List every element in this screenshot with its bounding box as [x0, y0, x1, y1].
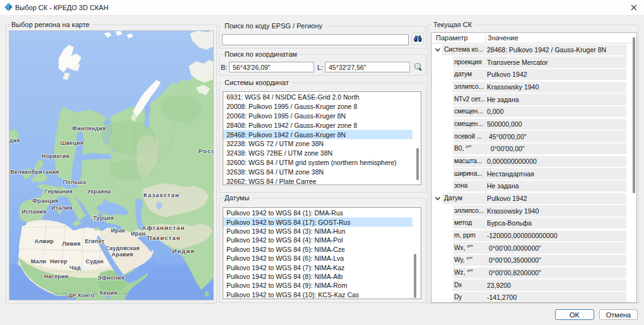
table-row[interactable]: смещен...500000,000: [431, 118, 626, 130]
table-row[interactable]: зонаНе задана: [431, 180, 626, 192]
group-epsg-search: Поиск по коду EPSG / Региону: [219, 26, 426, 48]
value-cell: 45°00'00,00": [487, 133, 526, 140]
value-cell: 0,000: [487, 108, 503, 115]
expander-chevron-icon[interactable]: [434, 195, 442, 202]
datums-list[interactable]: Pulkovo 1942 to WGS 84 (1): DMA-RusPulko…: [223, 207, 421, 299]
list-item[interactable]: 32638: WGS 84 / UTM zone 38N: [223, 167, 413, 176]
table-row[interactable]: ширина...Нестандартная: [431, 168, 626, 180]
region-map[interactable]: ФинляндияШвецияНорвегияИсландияРоссияВел…: [9, 30, 214, 300]
table-row[interactable]: Dy-141,2700: [431, 291, 626, 302]
param-cell: Wy, °'": [454, 256, 472, 263]
list-item[interactable]: Pulkovo 1942 to WGS 84 (6): NIMA-Lva: [223, 254, 413, 263]
map-country-label: Нигерия: [44, 273, 68, 280]
list-item[interactable]: 28408: Pulkovo 1942 / Gauss-Kruger zone …: [223, 120, 413, 130]
param-cell: Dy: [454, 294, 462, 300]
list-item[interactable]: 32438: WGS 72BE / UTM zone 38N: [223, 149, 413, 158]
value-cell: Transverse Mercator: [487, 59, 547, 66]
b-coordinate-input[interactable]: 56°43'26,09": [229, 62, 314, 72]
table-row[interactable]: Система ко...28468: Pulkovo 1942 / Gauss…: [431, 43, 626, 56]
table-row[interactable]: Dx23,9200: [431, 279, 626, 292]
l-field-label: L:: [317, 64, 323, 71]
systems-list-scrollbar[interactable]: [416, 148, 419, 180]
table-row[interactable]: ДатумPulkovo 1942: [431, 192, 626, 205]
table-row[interactable]: датумPulkovo 1942: [431, 68, 626, 81]
map-country-label: Турция: [93, 215, 114, 221]
coordinate-systems-list[interactable]: 6931: WGS 84 / NSIDC EASE-Grid 2.0 North…: [223, 91, 421, 185]
map-country-label: ДР Конго: [68, 292, 95, 299]
map-country-label: Исландия: [9, 137, 20, 144]
value-cell: 0°00'00,3500000": [487, 256, 541, 264]
map-country-label: Украина: [87, 188, 111, 195]
param-cell: ширина...: [454, 170, 483, 177]
param-cell: Wx, °'": [454, 244, 473, 251]
list-item[interactable]: Pulkovo 1942 to WGS 84 (17): GOST-Rus: [223, 217, 413, 226]
list-item[interactable]: Pulkovo 1942 to WGS 84 (3): NIMA-Hun: [223, 227, 413, 236]
close-icon: [631, 4, 637, 11]
map-country-label: Швеция: [61, 140, 84, 146]
list-item[interactable]: Pulkovo 1942 to WGS 84 (10): KCS-Kaz Cas: [223, 290, 413, 299]
list-item[interactable]: 20008: Pulkovo 1995 / Gauss-Kruger zone …: [223, 102, 413, 111]
value-cell: -141,2700: [487, 294, 517, 301]
map-country-label: Ливия: [62, 241, 80, 247]
map-country-label: Пакистан: [148, 235, 180, 241]
list-item[interactable]: Pulkovo 1942 to WGS 84 (5): NIMA-Cze: [223, 245, 413, 254]
list-item[interactable]: 28468: Pulkovo 1942 / Gauss-Kruger 8N: [223, 130, 413, 139]
table-row[interactable]: Wy, °'" 0°00'00,3500000": [431, 254, 626, 266]
list-item[interactable]: Pulkovo 1942 to WGS 84 (8): NIMA-Alb: [223, 272, 413, 281]
param-cell: смещен...: [454, 120, 483, 127]
value-cell: 0°00'00,00": [487, 145, 525, 152]
b-field-label: B:: [221, 64, 227, 71]
group-current-cs-label: Текущая СК: [432, 20, 474, 29]
table-row[interactable]: масшта...0,000000000000: [431, 155, 626, 168]
map-country-label: Испания: [21, 208, 47, 215]
ok-button[interactable]: OK: [555, 309, 594, 320]
epsg-search-button[interactable]: [412, 33, 424, 45]
list-item[interactable]: 32600: WGS 84 / UTM grid system (norther…: [223, 158, 413, 168]
row-fill: [453, 143, 626, 155]
cancel-button[interactable]: Отмена: [599, 309, 638, 320]
list-item[interactable]: Pulkovo 1942 to WGS 84 (1): DMA-Rus: [223, 208, 413, 217]
datums-list-scrollbar[interactable]: [414, 254, 416, 298]
current-cs-scrollbar[interactable]: [633, 37, 635, 193]
param-cell: Система ко...: [444, 46, 483, 53]
list-item[interactable]: 20068: Pulkovo 1995 / Gauss-Kruger 8N: [223, 111, 413, 121]
map-country-label: Судан: [86, 258, 103, 265]
param-cell: метод: [454, 219, 472, 226]
expander-chevron-icon[interactable]: [434, 46, 442, 54]
table-row[interactable]: эллипсо...Krassowsky 1940: [431, 81, 626, 93]
value-cell: Бурса-Вольфа: [487, 219, 532, 227]
binoculars-icon: [413, 35, 423, 43]
table-row[interactable]: осевой ... 45°00'00,00": [431, 130, 626, 143]
list-item[interactable]: Pulkovo 1942 to WGS 84 (9): NIMA-Rom: [223, 281, 413, 290]
list-item[interactable]: 32238: WGS 72 / UTM zone 38N: [223, 139, 413, 149]
l-coordinate-input[interactable]: 45°32'27,56": [325, 62, 410, 72]
list-item[interactable]: Pulkovo 1942 to WGS 84 (4): NIMA-Pol: [223, 236, 413, 244]
close-button[interactable]: [626, 1, 641, 14]
table-row[interactable]: проекцияTransverse Mercator: [431, 56, 626, 69]
table-row[interactable]: NTv2 сет...Не задана: [431, 93, 626, 106]
coord-search-button[interactable]: [413, 62, 424, 72]
list-item[interactable]: 32662: WGS 84 / Plate Carree: [223, 176, 413, 185]
map-country-label: Кения: [100, 290, 117, 296]
row-fill: [453, 279, 626, 291]
app-icon: [4, 3, 13, 11]
epsg-search-input[interactable]: [222, 34, 409, 45]
group-region-map-label: Выбор региона на карте: [10, 20, 92, 29]
list-item[interactable]: Pulkovo 1942 to WGS 84 (7): NIMA-Kaz: [223, 263, 413, 271]
table-row[interactable]: m, ppm-120000,000000000000: [431, 229, 626, 242]
table-row[interactable]: Wz, °'" 0°00'00,8200000": [431, 266, 626, 279]
param-cell: B0, °'": [454, 145, 471, 152]
table-row[interactable]: смещен...0,000: [431, 105, 626, 118]
table-row[interactable]: методБурса-Вольфа: [431, 217, 626, 229]
table-row[interactable]: Wx, °'" 0°00'00,0000000": [431, 242, 626, 254]
current-cs-table[interactable]: Параметр Значение Система ко...28468: Pu…: [431, 32, 637, 303]
param-cell: Wz, °'": [454, 269, 473, 276]
map-country-label: Чад: [69, 265, 81, 271]
value-cell: 0,000000000000: [487, 157, 537, 165]
map-country-label: Великобритания: [10, 169, 59, 175]
group-coordinate-systems-label: Системы координат: [223, 78, 291, 87]
map-country-label: Ирак: [111, 227, 125, 234]
list-item[interactable]: 6931: WGS 84 / NSIDC EASE-Grid 2.0 North: [223, 93, 413, 102]
table-row[interactable]: эллипсо...Krassowsky 1940: [431, 205, 626, 217]
table-row[interactable]: B0, °'" 0°00'00,00": [431, 142, 626, 155]
